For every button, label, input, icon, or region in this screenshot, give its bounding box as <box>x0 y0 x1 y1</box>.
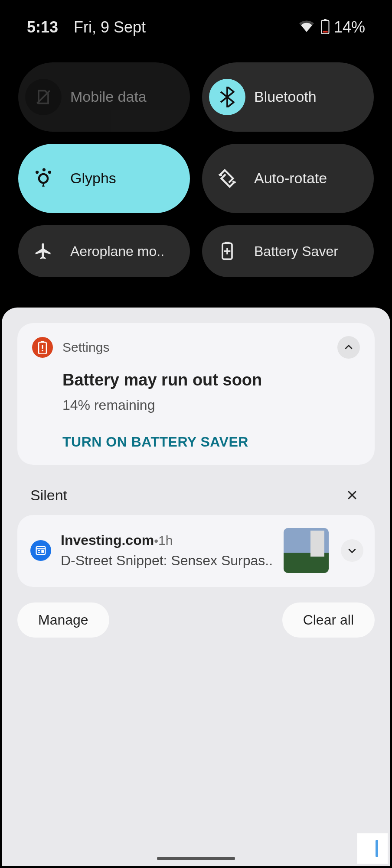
notification-age: 1h <box>158 533 173 548</box>
glyphs-icon <box>25 160 62 197</box>
silent-section-label: Silent <box>30 487 67 504</box>
notification-body: D-Street Snippet: Sensex Surpas.. <box>61 553 274 569</box>
sim-off-icon <box>25 79 62 115</box>
airplane-icon <box>25 233 62 269</box>
qs-tile-glyphs[interactable]: Glyphs <box>18 144 190 213</box>
svg-point-6 <box>48 171 51 174</box>
qs-label: Aeroplane mo.. <box>70 243 164 259</box>
collapse-button[interactable] <box>337 336 360 359</box>
separator-dot: • <box>154 534 158 548</box>
qs-tile-auto-rotate[interactable]: Auto-rotate <box>202 144 374 213</box>
svg-point-5 <box>36 171 39 174</box>
gesture-nav-handle[interactable] <box>157 857 235 860</box>
notification-subtitle: 14% remaining <box>62 397 360 413</box>
qs-tile-mobile-data[interactable]: Mobile data <box>18 62 190 132</box>
svg-point-15 <box>42 350 43 352</box>
qs-tile-bluetooth[interactable]: Bluetooth <box>202 62 374 132</box>
battery-saver-icon <box>209 233 245 269</box>
turn-on-battery-saver-action[interactable]: TURN ON BATTERY SAVER <box>62 434 360 450</box>
qs-tile-battery-saver[interactable]: Battery Saver <box>202 225 374 277</box>
investing-app-icon <box>30 540 51 561</box>
quick-settings-panel: Mobile data Bluetooth Glyphs Auto-rotate <box>2 41 390 308</box>
status-battery-pct: 14% <box>334 18 365 36</box>
watermark <box>357 833 388 864</box>
qs-label: Glyphs <box>70 170 116 187</box>
svg-rect-22 <box>41 550 44 553</box>
svg-rect-2 <box>323 31 327 32</box>
status-bar: 5:13 Fri, 9 Sept 14% <box>2 2 390 41</box>
clear-all-button[interactable]: Clear all <box>282 602 375 638</box>
settings-app-icon <box>32 337 53 358</box>
notification-app-name: Investing.com <box>61 532 154 548</box>
dismiss-silent-button[interactable] <box>343 486 362 505</box>
auto-rotate-icon <box>209 160 245 197</box>
status-time: 5:13 <box>27 18 58 36</box>
svg-point-4 <box>39 174 48 183</box>
battery-low-icon <box>321 19 330 36</box>
qs-tile-aeroplane-mode[interactable]: Aeroplane mo.. <box>18 225 190 277</box>
bluetooth-icon <box>209 79 245 115</box>
qs-label: Bluetooth <box>254 88 317 105</box>
qs-label: Battery Saver <box>254 243 338 259</box>
qs-label: Mobile data <box>70 88 147 105</box>
manage-notifications-button[interactable]: Manage <box>17 602 109 638</box>
notification-battery-warning[interactable]: Settings Battery may run out soon 14% re… <box>17 323 375 465</box>
status-date: Fri, 9 Sept <box>74 18 146 36</box>
svg-point-7 <box>42 168 46 171</box>
notification-investing[interactable]: Investing.com • 1h D-Street Snippet: Sen… <box>17 515 375 587</box>
qs-label: Auto-rotate <box>254 170 327 187</box>
wifi-icon <box>299 20 314 34</box>
notification-app-name: Settings <box>62 340 109 355</box>
notification-title: Battery may run out soon <box>62 371 360 389</box>
expand-button[interactable] <box>341 539 363 562</box>
notification-thumbnail <box>284 528 329 573</box>
notification-shade: Settings Battery may run out soon 14% re… <box>2 308 390 866</box>
